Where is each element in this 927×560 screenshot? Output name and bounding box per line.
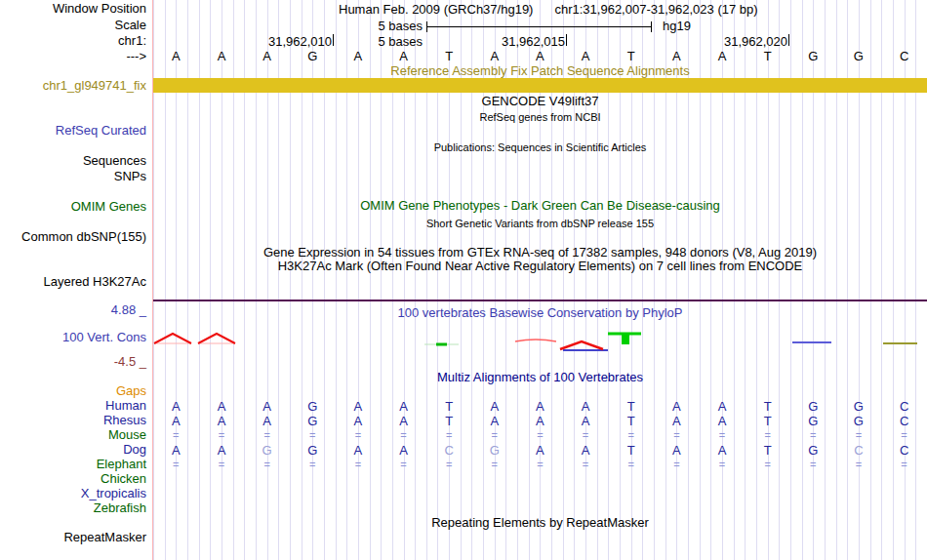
- aligned-base: =: [426, 428, 472, 443]
- assembly-title: Human Feb. 2009 (GRCh37/hg19): [339, 2, 533, 17]
- species-label-mouse[interactable]: Mouse: [0, 428, 146, 442]
- aligned-base: =: [654, 458, 700, 472]
- base-letter: A: [244, 49, 290, 63]
- aligned-base: =: [381, 458, 426, 472]
- aligned-base: =: [517, 458, 563, 472]
- aligned-base: =: [471, 458, 517, 472]
- aligned-base: A: [336, 399, 382, 414]
- species-label-rhesus[interactable]: Rhesus: [0, 414, 146, 427]
- aligned-base: =: [199, 458, 245, 472]
- aligned-base: =: [881, 458, 927, 472]
- aligned-base: A: [381, 414, 426, 428]
- aligned-base: =: [426, 458, 472, 472]
- position-tick-label: 31,962,020: [641, 34, 787, 49]
- aligned-base: C: [836, 443, 882, 458]
- aligned-base: C: [426, 443, 472, 458]
- aligned-base: =: [836, 428, 882, 443]
- aligned-base: A: [654, 414, 700, 428]
- track-label-snps[interactable]: SNPs: [0, 170, 146, 183]
- refseq-track-title: RefSeq genes from NCBI: [153, 110, 927, 124]
- assembly-short-label: hg19: [663, 19, 691, 33]
- species-label-zebrafish[interactable]: Zebrafish: [0, 501, 146, 515]
- aligned-base: =: [381, 428, 426, 443]
- aligned-base: A: [517, 443, 563, 458]
- aligned-base: G: [290, 414, 336, 428]
- species-label-human[interactable]: Human: [0, 399, 146, 413]
- aligned-base: A: [381, 443, 426, 458]
- aligned-base: A: [563, 443, 609, 458]
- track-label-dbsnp[interactable]: Common dbSNP(155): [0, 230, 146, 244]
- track-label-fix-patch[interactable]: chr1_gl949741_fix: [0, 79, 146, 93]
- aligned-base: A: [153, 414, 199, 428]
- base-letter: A: [336, 49, 382, 63]
- aligned-base: C: [881, 399, 927, 414]
- aligned-base: A: [700, 399, 746, 414]
- aligned-base: C: [881, 414, 927, 428]
- dbsnp-track-title: Short Genetic Variants from dbSNP releas…: [153, 217, 927, 230]
- aligned-base: =: [836, 458, 882, 472]
- window-position-label: Window Position: [0, 2, 146, 16]
- aligned-base: G: [790, 399, 836, 414]
- h3k27ac-track-title: H3K27Ac Mark (Often Found Near Active Re…: [153, 260, 927, 273]
- track-label-h3k27ac[interactable]: Layered H3K27Ac: [0, 275, 146, 289]
- aligned-base: A: [381, 399, 426, 414]
- aligned-base: A: [517, 399, 563, 414]
- aligned-base: =: [608, 428, 654, 443]
- aligned-base: =: [290, 428, 336, 443]
- aligned-base: A: [244, 414, 290, 428]
- species-label-dog[interactable]: Dog: [0, 443, 146, 457]
- base-letter: A: [199, 49, 245, 63]
- base-letter: G: [836, 49, 882, 63]
- base-letter: A: [381, 49, 426, 63]
- aligned-base: =: [700, 428, 746, 443]
- position-tick-label: 31,962,015: [419, 34, 565, 49]
- aligned-base: A: [563, 414, 609, 428]
- base-letter: A: [654, 49, 700, 63]
- base-letter: G: [790, 49, 836, 63]
- aligned-base: A: [471, 399, 517, 414]
- aligned-base: =: [336, 458, 382, 472]
- conservation-mark: [622, 334, 629, 344]
- aligned-base: G: [290, 399, 336, 414]
- species-label-gaps[interactable]: Gaps: [0, 384, 146, 398]
- position-tick-label: 31,962,010: [185, 34, 332, 49]
- gtex-track-title: Gene Expression in 54 tissues from GTEx …: [153, 246, 927, 260]
- aligned-base: T: [745, 399, 790, 414]
- species-label-x_tropicalis[interactable]: X_tropicalis: [0, 487, 146, 500]
- aligned-base: =: [790, 458, 836, 472]
- aligned-base: =: [153, 458, 199, 472]
- aligned-base: A: [336, 443, 382, 458]
- aligned-base: A: [199, 399, 245, 414]
- multiz-track-title: Multiz Alignments of 100 Vertebrates: [153, 371, 927, 384]
- fix-patch-feature[interactable]: [153, 78, 927, 93]
- aligned-base: =: [563, 428, 609, 443]
- conservation-mark: [154, 334, 191, 343]
- conservation-plot: [0, 322, 927, 361]
- multiz-row-human: AAAGAATAAATAATGGC: [153, 399, 927, 414]
- conservation-mark: [560, 341, 603, 349]
- scale-label: Scale: [0, 19, 146, 32]
- track-label-omim-genes[interactable]: OMIM Genes: [0, 200, 146, 214]
- aligned-base: =: [745, 458, 790, 472]
- aligned-base: G: [244, 443, 290, 458]
- track-label-sequences[interactable]: Sequences: [0, 154, 146, 168]
- scale-bracket: [426, 21, 652, 32]
- base-letter: T: [426, 49, 472, 63]
- aligned-base: A: [153, 399, 199, 414]
- aligned-base: A: [700, 443, 746, 458]
- aligned-base: T: [608, 443, 654, 458]
- track-label-repeatmasker[interactable]: RepeatMasker: [0, 531, 146, 544]
- conservation-mark: [198, 334, 235, 343]
- aligned-base: A: [199, 414, 245, 428]
- track-label-refseq-curated[interactable]: RefSeq Curated: [0, 124, 146, 138]
- base-letter: T: [745, 49, 790, 63]
- repeatmasker-track-title: Repeating Elements by RepeatMasker: [153, 516, 927, 530]
- aligned-base: =: [881, 428, 927, 443]
- aligned-base: A: [563, 399, 609, 414]
- base-letter: A: [517, 49, 563, 63]
- species-label-elephant[interactable]: Elephant: [0, 458, 146, 471]
- aligned-base: G: [790, 414, 836, 428]
- species-label-chicken[interactable]: Chicken: [0, 472, 146, 486]
- aligned-base: =: [790, 428, 836, 443]
- aligned-base: G: [836, 399, 882, 414]
